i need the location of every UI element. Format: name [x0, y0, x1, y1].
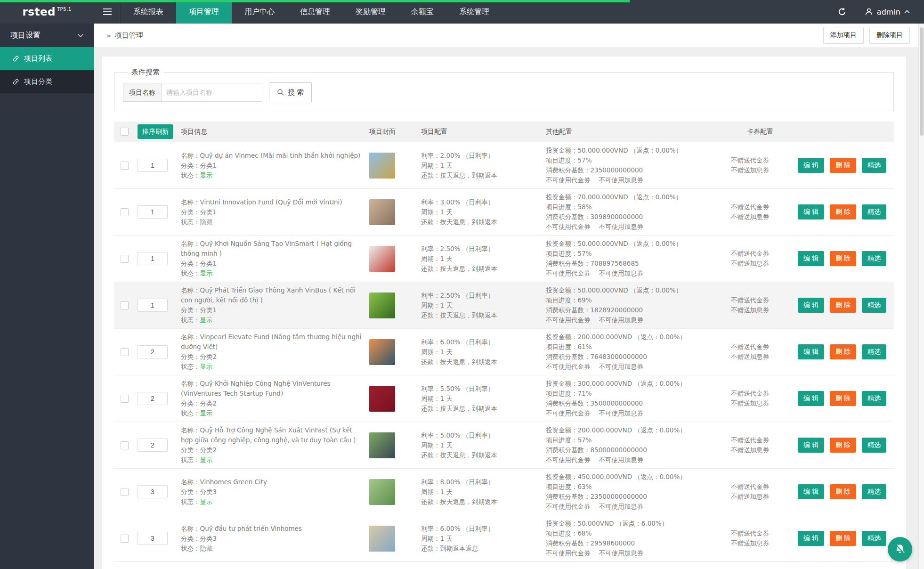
- row-coupon-voucher: 不赠送代金券: [731, 202, 769, 212]
- project-cover-image[interactable]: [369, 246, 395, 272]
- sort-refresh-button[interactable]: 排序刷新: [138, 124, 173, 139]
- table-row: 名称：Quỹ Khơi Nguồn Sáng Tạo VinSmart ( Hạ…: [114, 236, 894, 282]
- nav-item-0[interactable]: 系统报表: [121, 0, 176, 24]
- table-row: 名称：Quỹ đầu tư phát triển Vinhomes 分类：分类3…: [114, 515, 894, 562]
- row-sort-input[interactable]: [138, 299, 168, 312]
- feature-button[interactable]: 精选: [862, 298, 886, 313]
- row-sort-input[interactable]: [138, 532, 168, 545]
- delete-button[interactable]: 删 除: [830, 391, 856, 406]
- nav-item-2[interactable]: 用户中心: [232, 0, 287, 24]
- edit-button[interactable]: 编 辑: [798, 158, 824, 173]
- row-sort-input[interactable]: [138, 345, 168, 358]
- row-repay: 还款：按天返息，到期返本: [421, 497, 546, 507]
- user-menu[interactable]: admin: [865, 8, 910, 16]
- row-sort-input[interactable]: [138, 159, 168, 172]
- project-cover-image[interactable]: [369, 479, 395, 505]
- nav-item-6[interactable]: 系统管理: [446, 0, 502, 24]
- edit-button[interactable]: 编 辑: [798, 438, 824, 453]
- row-status-text: 状态：: [181, 269, 200, 277]
- row-checkbox[interactable]: [121, 535, 129, 543]
- sidebar-item-project-list[interactable]: 项目列表: [0, 47, 94, 70]
- row-no-voucher: 不可使用代金券: [546, 316, 591, 324]
- feature-button[interactable]: 精选: [862, 204, 886, 219]
- feature-button[interactable]: 精选: [862, 438, 886, 453]
- row-no-interest: 不可使用加息券: [599, 409, 644, 417]
- sidebar-item-project-category[interactable]: 项目分类: [0, 70, 94, 93]
- delete-project-button[interactable]: 删除项目: [869, 27, 910, 44]
- loading-progress-bar: [0, 0, 630, 2]
- mute-notifications-button[interactable]: [888, 537, 912, 561]
- edit-button[interactable]: 编 辑: [798, 484, 824, 499]
- select-all-checkbox[interactable]: [121, 128, 129, 136]
- feature-button[interactable]: 精选: [862, 251, 886, 266]
- delete-button[interactable]: 删 除: [830, 438, 856, 453]
- delete-button[interactable]: 删 除: [830, 344, 856, 359]
- row-checkbox[interactable]: [121, 441, 129, 449]
- delete-button[interactable]: 删 除: [830, 251, 856, 266]
- project-cover-image[interactable]: [369, 526, 395, 552]
- nav-item-5[interactable]: 余额宝: [398, 0, 446, 24]
- sidebar-group-project-settings[interactable]: 项目设置: [0, 24, 94, 47]
- scrollbar-track[interactable]: [918, 24, 924, 569]
- row-checkbox[interactable]: [121, 348, 129, 356]
- row-checkbox[interactable]: [121, 488, 129, 496]
- edit-button[interactable]: 编 辑: [798, 204, 824, 219]
- project-name-input[interactable]: [161, 83, 262, 102]
- row-status-value: 隐藏: [200, 218, 213, 226]
- scrollbar-thumb[interactable]: [920, 27, 924, 136]
- refresh-icon[interactable]: [837, 7, 847, 16]
- nav-item-4[interactable]: 奖励管理: [343, 0, 398, 24]
- menu-toggle-icon[interactable]: [94, 0, 121, 24]
- header-other-config: 其他配置: [546, 128, 727, 136]
- project-cover-image[interactable]: [369, 293, 395, 318]
- edit-button[interactable]: 编 辑: [798, 391, 824, 406]
- edit-button[interactable]: 编 辑: [798, 251, 824, 266]
- project-cover-image[interactable]: [369, 199, 395, 225]
- nav-item-1[interactable]: 项目管理: [176, 0, 232, 24]
- delete-button[interactable]: 删 除: [830, 531, 856, 546]
- row-progress: 项目进度：68%: [546, 528, 727, 538]
- delete-button[interactable]: 删 除: [830, 298, 856, 313]
- table-row: 名称：Quỹ đầu tư công nghệ VinVentures 利率：4…: [114, 562, 894, 569]
- edit-button[interactable]: 编 辑: [798, 531, 824, 546]
- project-cover-image[interactable]: [369, 432, 395, 458]
- feature-button[interactable]: 精选: [862, 531, 886, 546]
- row-sort-input[interactable]: [138, 439, 168, 452]
- project-config-cell: 利率：6.00% （日利率） 周期：1 天 还款：按天返息，到期返本: [421, 337, 546, 367]
- row-sort-input[interactable]: [138, 392, 168, 405]
- row-sort-input[interactable]: [138, 485, 168, 498]
- row-points: 消费积分基数：2350000000000: [546, 165, 727, 175]
- search-icon: [277, 89, 284, 96]
- feature-button[interactable]: 精选: [862, 158, 886, 173]
- project-cover-image[interactable]: [369, 153, 395, 179]
- edit-button[interactable]: 编 辑: [798, 298, 824, 313]
- row-checkbox[interactable]: [121, 208, 129, 216]
- user-icon: [865, 8, 873, 16]
- row-checkbox[interactable]: [121, 395, 129, 403]
- edit-button[interactable]: 编 辑: [798, 344, 824, 359]
- row-sort-input[interactable]: [138, 205, 168, 219]
- delete-button[interactable]: 删 除: [830, 484, 856, 499]
- project-cover-image[interactable]: [369, 339, 395, 365]
- add-project-button[interactable]: 添加项目: [823, 27, 864, 44]
- feature-button[interactable]: 精选: [862, 484, 886, 499]
- delete-button[interactable]: 删 除: [830, 158, 856, 173]
- project-config-cell: 利率：3.00% （日利率） 周期：1 天 还款：按天返息，到期返本: [421, 197, 546, 227]
- row-status: 状态：隐藏: [181, 217, 363, 227]
- nav-item-3[interactable]: 信息管理: [287, 0, 343, 24]
- feature-button[interactable]: 精选: [862, 344, 886, 359]
- link-icon: [12, 55, 19, 62]
- sidebar-item-label: 项目列表: [24, 54, 52, 63]
- row-vouchers: 不可使用代金券不可使用加息券: [546, 175, 727, 185]
- project-config-cell: 利率：6.00% （日利率） 周期：1 天 还款：到期返本返息: [421, 524, 546, 553]
- row-checkbox[interactable]: [121, 255, 129, 263]
- row-sort-input[interactable]: [138, 252, 168, 265]
- row-checkbox[interactable]: [121, 162, 129, 170]
- row-no-voucher: 不可使用代金券: [546, 269, 591, 277]
- search-button[interactable]: 搜 索: [269, 82, 312, 102]
- feature-button[interactable]: 精选: [862, 391, 886, 406]
- delete-button[interactable]: 删 除: [830, 204, 856, 219]
- project-cover-image[interactable]: [369, 386, 395, 412]
- table-row: 名称：Vinpearl Elevate Fund (Nâng tầm thươn…: [114, 329, 894, 375]
- row-checkbox[interactable]: [121, 301, 129, 309]
